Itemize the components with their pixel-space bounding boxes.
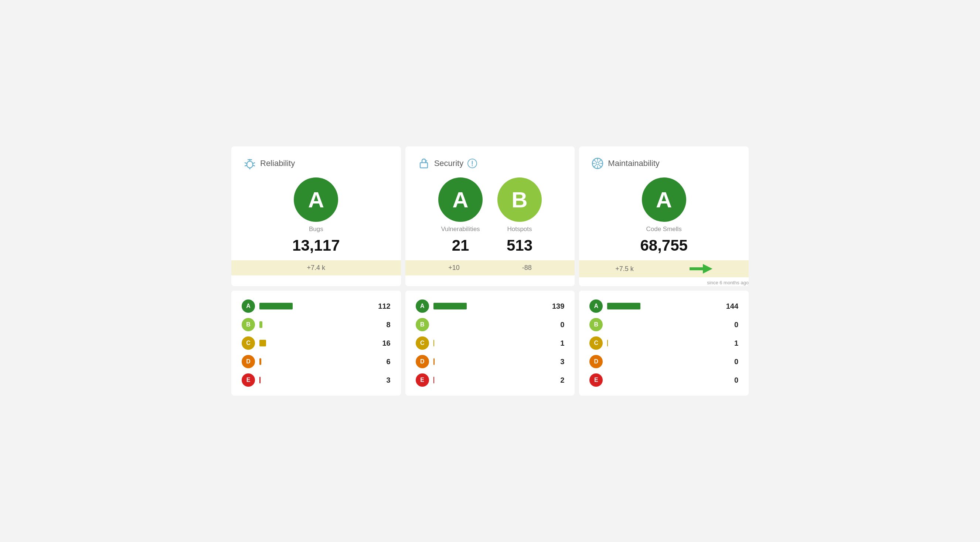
- code-smells-value: 68,755: [640, 237, 687, 254]
- maint-bar-b-container: [607, 321, 719, 328]
- bottom-row: A 112 B 8 C 16 D: [231, 290, 749, 395]
- security-card: Security A Vulnerabilities 21 B: [406, 147, 575, 286]
- maint-row-e: E 0: [589, 373, 738, 387]
- count-a: 112: [376, 302, 391, 311]
- reliability-breakdown-card: A 112 B 8 C 16 D: [231, 290, 401, 395]
- security-title: Security: [434, 159, 463, 168]
- maint-bar-a: [607, 303, 640, 309]
- grade-badge-d: D: [242, 355, 255, 368]
- maintainability-grade: A: [642, 177, 686, 222]
- bugs-value: 13,117: [292, 237, 340, 254]
- hotspots-value: 513: [507, 237, 533, 254]
- maint-grade-badge-b: B: [589, 318, 603, 331]
- maint-count-e: 0: [724, 376, 738, 384]
- bug-icon: [243, 157, 256, 170]
- bar-e-container: [259, 376, 371, 384]
- maint-row-d: D 0: [589, 355, 738, 368]
- sec-count-a: 139: [549, 302, 564, 311]
- maint-row-a: A 144: [589, 300, 738, 313]
- hotspots-label: Hotspots: [507, 226, 532, 233]
- svg-rect-8: [420, 163, 428, 168]
- reliability-row-d: D 6: [242, 355, 391, 368]
- count-b: 8: [376, 320, 391, 329]
- svg-line-4: [245, 165, 247, 166]
- maintainability-card: Maintainability A Code Smells 68,755 +7.…: [579, 147, 749, 286]
- security-breakdown-card: A 139 B 0 C 1 D: [406, 290, 575, 395]
- sec-grade-badge-b: B: [416, 318, 429, 331]
- reliability-row-a: A 112: [242, 300, 391, 313]
- count-e: 3: [376, 376, 391, 384]
- since-label: since 6 months ago: [707, 280, 749, 285]
- maint-count-c: 1: [724, 339, 738, 348]
- sec-bar-a-container: [433, 303, 546, 310]
- vulnerabilities-value: 21: [452, 237, 469, 254]
- svg-line-3: [245, 163, 247, 163]
- bar-c-container: [259, 340, 371, 347]
- maintainability-header: Maintainability: [591, 157, 737, 170]
- maint-grade-badge-d: D: [589, 355, 603, 368]
- sec-bar-c-container: [433, 340, 546, 347]
- sec-count-c: 1: [549, 339, 564, 348]
- security-change-bar: +10 -88: [406, 260, 575, 276]
- reliability-change-bar: +7.4 k: [231, 260, 401, 276]
- maintainability-metrics: A Code Smells 68,755: [591, 177, 737, 254]
- maint-bar-e-container: [607, 376, 719, 384]
- arrow-indicator: [690, 264, 713, 274]
- svg-line-5: [253, 163, 255, 163]
- maint-bar-a-container: [607, 303, 719, 310]
- sec-count-b: 0: [549, 320, 564, 329]
- security-row-c: C 1: [416, 336, 565, 350]
- svg-rect-0: [247, 161, 253, 168]
- maintainability-change-bar: +7.5 k since 6 months ago: [579, 260, 749, 277]
- svg-line-21: [600, 165, 601, 167]
- security-row-d: D 3: [416, 355, 565, 368]
- security-hotspot-change: -88: [522, 264, 532, 272]
- code-smells-label: Code Smells: [646, 226, 681, 233]
- svg-line-23: [594, 165, 596, 167]
- hotspots-grade: B: [497, 177, 542, 222]
- maintainability-icon: [591, 157, 604, 170]
- reliability-row-e: E 3: [242, 373, 391, 387]
- sec-bar-e-container: [433, 376, 546, 384]
- bugs-label: Bugs: [309, 226, 323, 233]
- security-header: Security: [417, 157, 563, 170]
- hotspots-metric: B Hotspots 513: [497, 177, 542, 254]
- arrow-head-icon: [703, 264, 713, 274]
- maint-count-b: 0: [724, 320, 738, 329]
- count-c: 16: [376, 339, 391, 348]
- bar-b: [259, 321, 262, 328]
- sec-grade-badge-e: E: [416, 373, 429, 387]
- maint-bar-d-container: [607, 358, 719, 365]
- bar-a-container: [259, 303, 371, 310]
- reliability-card: Reliability A Bugs 13,117 +7.4 k: [231, 147, 401, 286]
- security-metrics: A Vulnerabilities 21 B Hotspots 513: [417, 177, 563, 254]
- grade-badge-c: C: [242, 336, 255, 350]
- bar-b-container: [259, 321, 371, 328]
- maintainability-breakdown-card: A 144 B 0 C 1 D: [579, 290, 749, 395]
- code-smells-metric: A Code Smells 68,755: [640, 177, 687, 254]
- reliability-grade: A: [294, 177, 338, 222]
- vulnerabilities-metric: A Vulnerabilities 21: [438, 177, 483, 254]
- maint-bar-c: [607, 340, 608, 346]
- svg-point-15: [596, 162, 599, 165]
- bar-d: [259, 358, 261, 365]
- sec-grade-badge-a: A: [416, 300, 429, 313]
- reliability-row-c: C 16: [242, 336, 391, 350]
- reliability-header: Reliability: [243, 157, 389, 170]
- sec-bar-d: [433, 358, 434, 365]
- maint-count-a: 144: [724, 302, 738, 311]
- sec-bar-d-container: [433, 358, 546, 365]
- bar-e: [259, 377, 261, 383]
- security-row-b: B 0: [416, 318, 565, 331]
- sec-bar-c: [433, 340, 434, 346]
- top-row: Reliability A Bugs 13,117 +7.4 k: [231, 147, 749, 286]
- vulnerabilities-grade: A: [438, 177, 483, 222]
- reliability-change: +7.4 k: [307, 264, 326, 272]
- grade-badge-b: B: [242, 318, 255, 331]
- sec-count-d: 3: [549, 357, 564, 366]
- svg-line-22: [600, 160, 601, 161]
- bugs-metric: A Bugs 13,117: [292, 177, 340, 254]
- security-row-e: E 2: [416, 373, 565, 387]
- vulnerabilities-label: Vulnerabilities: [441, 226, 480, 233]
- maint-grade-badge-c: C: [589, 336, 603, 350]
